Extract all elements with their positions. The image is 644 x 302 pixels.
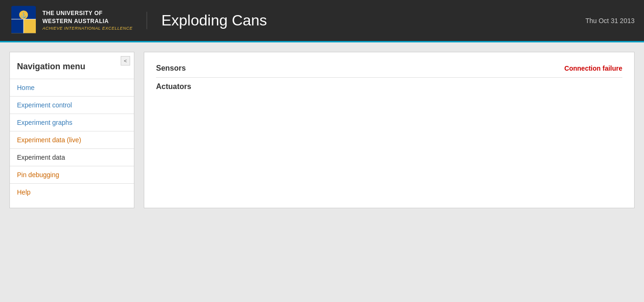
content-panel: Sensors Connection failure Actuators: [144, 52, 635, 208]
sensors-section: Sensors Connection failure: [156, 62, 622, 77]
navigation-sidebar: < Navigation menu Home Experiment contro…: [9, 52, 134, 208]
sidebar-item-experiment-data[interactable]: Experiment data: [10, 148, 134, 166]
actuators-label: Actuators: [156, 82, 191, 91]
sidebar-item-pin-debugging[interactable]: Pin debugging: [10, 166, 134, 183]
university-logo: ⚓: [9, 5, 38, 36]
sidebar-item-help[interactable]: Help: [10, 183, 134, 201]
nav-collapse-button[interactable]: <: [121, 56, 130, 65]
page-title: Exploding Cans: [161, 12, 267, 29]
actuators-section: Actuators: [156, 78, 622, 96]
sidebar-item-experiment-graphs[interactable]: Experiment graphs: [10, 114, 134, 131]
sidebar-item-experiment-data-live[interactable]: Experiment data (live): [10, 131, 134, 148]
logo-area: ⚓ The University of Western Australia Ac…: [9, 5, 132, 36]
university-tagline: Achieve International Excellence: [42, 25, 132, 32]
header: ⚓ The University of Western Australia Ac…: [0, 0, 644, 42]
svg-rect-3: [11, 19, 24, 33]
university-name-line2: Western Australia: [42, 17, 132, 25]
sensors-label: Sensors: [156, 64, 186, 73]
university-name-line1: The University of: [42, 9, 132, 17]
datetime-display: Thu Oct 31 2013: [586, 17, 635, 24]
nav-menu-title: Navigation menu: [10, 59, 134, 79]
page-title-area: Exploding Cans: [147, 12, 267, 29]
connection-status: Connection failure: [564, 65, 622, 72]
svg-text:⚓: ⚓: [20, 12, 27, 18]
sidebar-item-home[interactable]: Home: [10, 79, 134, 96]
university-name-text: The University of Western Australia Achi…: [42, 9, 132, 31]
sidebar-item-experiment-control[interactable]: Experiment control: [10, 96, 134, 114]
main-content: < Navigation menu Home Experiment contro…: [0, 42, 644, 218]
